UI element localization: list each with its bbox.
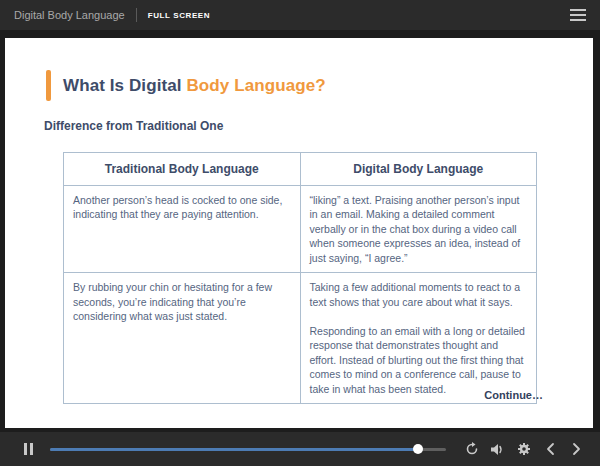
settings-button[interactable] (512, 437, 536, 461)
menu-button[interactable] (570, 9, 586, 21)
volume-button[interactable] (486, 437, 510, 461)
pause-button[interactable] (16, 437, 40, 461)
comparison-table: Traditional Body Language Digital Body L… (63, 152, 537, 404)
replay-icon (465, 442, 479, 456)
fullscreen-button[interactable]: FULL SCREEN (148, 11, 210, 20)
player-bar (0, 432, 600, 466)
title-accent-bar (46, 70, 51, 101)
seekbar[interactable] (50, 443, 446, 455)
gear-icon (517, 442, 531, 456)
slide-stage: What Is Digital Body Language? Differenc… (0, 30, 600, 432)
slide-title-dark: What Is Digital (63, 76, 186, 95)
volume-icon (491, 443, 505, 456)
slide-subtitle: Difference from Traditional One (44, 119, 223, 133)
course-title: Digital Body Language (14, 9, 125, 21)
table-header-row: Traditional Body Language Digital Body L… (64, 153, 537, 186)
topbar-divider (136, 8, 137, 22)
cell-traditional-2: By rubbing your chin or hesitating for a… (64, 273, 301, 404)
seekbar-knob[interactable] (413, 444, 423, 454)
next-button[interactable] (564, 437, 588, 461)
slide-title-block: What Is Digital Body Language? (46, 70, 326, 101)
header-traditional: Traditional Body Language (64, 153, 301, 186)
player-controls (460, 437, 588, 461)
chevron-left-icon (546, 442, 555, 456)
cell-digital-2: Taking a few additional moments to react… (300, 273, 537, 404)
chevron-right-icon (572, 442, 581, 456)
continue-label: Continue… (484, 389, 543, 401)
seekbar-fill (50, 448, 418, 451)
cell-traditional-1: Another person’s head is cocked to one s… (64, 186, 301, 273)
top-bar: Digital Body Language FULL SCREEN (0, 0, 600, 30)
course-player: Digital Body Language FULL SCREEN What I… (0, 0, 600, 466)
slide-title-accent: Body Language? (186, 76, 325, 95)
seekbar-track (50, 448, 446, 451)
slide-title: What Is Digital Body Language? (63, 76, 326, 96)
table-row: By rubbing your chin or hesitating for a… (64, 273, 537, 404)
previous-button[interactable] (538, 437, 562, 461)
pause-icon (24, 443, 33, 455)
table-row: Another person’s head is cocked to one s… (64, 186, 537, 273)
replay-button[interactable] (460, 437, 484, 461)
header-digital: Digital Body Language (300, 153, 537, 186)
slide: What Is Digital Body Language? Differenc… (5, 38, 593, 428)
hamburger-icon (570, 9, 586, 21)
cell-digital-1: “liking” a text. Praising another person… (300, 186, 537, 273)
